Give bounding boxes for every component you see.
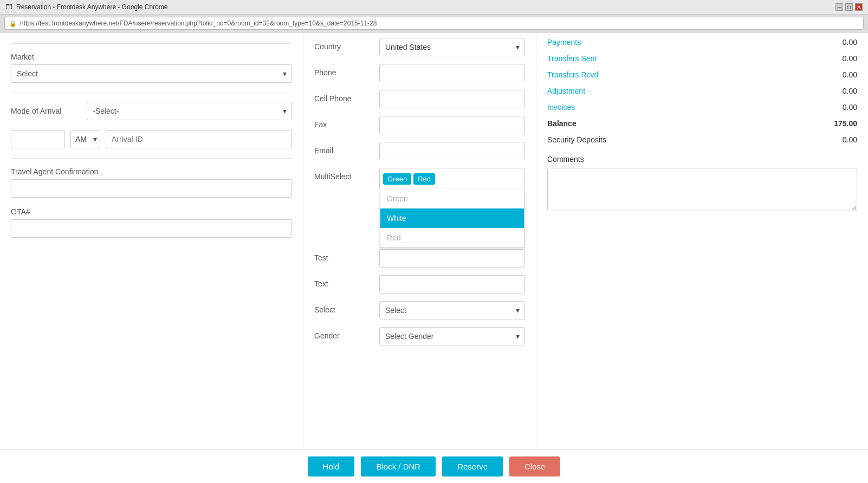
arrival-id-input[interactable] xyxy=(106,130,292,148)
time-row: AM PM xyxy=(11,130,292,148)
time-input[interactable] xyxy=(11,130,65,148)
transfers-sent-row: Transfers Sent 0.00 xyxy=(547,54,857,63)
middle-panel: Country United States Phone Cell Phone xyxy=(303,32,536,483)
balance-value: 175.00 xyxy=(834,119,857,128)
dropdown-option-green[interactable]: Green xyxy=(380,189,524,208)
tag-green[interactable]: Green xyxy=(383,173,411,185)
right-panel: Payments 0.00 Transfers Sent 0.00 Transf… xyxy=(536,32,868,483)
invoices-value: 0.00 xyxy=(843,103,857,112)
fax-label: Fax xyxy=(314,116,374,129)
security-deposits-label: Security Deposits xyxy=(547,135,606,144)
gender-label: Gender xyxy=(314,327,374,340)
fax-control xyxy=(379,116,525,134)
hold-button[interactable]: Hold xyxy=(308,456,355,477)
page-content: Market Select Mode of Arrival -Select- xyxy=(0,32,868,483)
gender-control: Select Gender xyxy=(379,327,525,345)
reserve-button[interactable]: Reserve xyxy=(442,456,503,477)
security-deposits-value: 0.00 xyxy=(843,135,857,144)
adjustment-value: 0.00 xyxy=(843,87,857,95)
am-pm-select[interactable]: AM PM xyxy=(70,130,100,148)
email-row: Email xyxy=(314,142,525,160)
market-select[interactable]: Select xyxy=(11,64,292,83)
gender-select-wrapper: Select Gender xyxy=(379,327,525,345)
mode-select-wrapper: -Select- xyxy=(87,102,292,120)
dropdown-option-white[interactable]: White xyxy=(380,208,524,228)
country-select-wrapper: United States xyxy=(379,38,525,56)
email-input[interactable] xyxy=(379,142,525,160)
block-dnr-button[interactable]: Block / DNR xyxy=(361,456,436,477)
multiselect-dropdown: Green White Red xyxy=(380,189,524,248)
travel-agent-group: Travel Agent Confirmation xyxy=(11,167,292,198)
invoices-row: Invoices 0.00 xyxy=(547,103,857,112)
comments-label: Comments xyxy=(547,155,857,164)
phone-label: Phone xyxy=(314,64,374,77)
browser-chrome: 🗔 Reservation - Frontdesk Anywhere - Goo… xyxy=(0,0,868,32)
am-pm-wrapper: AM PM xyxy=(70,130,100,148)
minimize-button[interactable]: ─ xyxy=(835,3,843,11)
market-select-wrapper: Select xyxy=(11,64,292,83)
transfers-rcvd-row: Transfers Rcvd 0.00 xyxy=(547,70,857,79)
browser-title: Reservation - Frontdesk Anywhere - Googl… xyxy=(16,3,167,11)
transfers-rcvd-link[interactable]: Transfers Rcvd xyxy=(547,70,598,79)
test-row: Test xyxy=(314,249,525,267)
mode-of-arrival-row: Mode of Arrival -Select- xyxy=(11,102,292,120)
dropdown-option-red[interactable]: Red xyxy=(380,228,524,247)
transfers-sent-value: 0.00 xyxy=(843,54,857,63)
test-label: Test xyxy=(314,249,374,262)
payments-link[interactable]: Payments xyxy=(547,38,581,47)
transfers-sent-link[interactable]: Transfers Sent xyxy=(547,54,597,63)
text-row: Text xyxy=(314,275,525,293)
multiselect-container[interactable]: Green Red Green White Red xyxy=(379,168,525,190)
multiselect-tags: Green Red xyxy=(380,168,524,189)
cell-phone-input[interactable] xyxy=(379,90,525,108)
select-control: Select xyxy=(379,301,525,319)
multiselect-search-input[interactable] xyxy=(437,174,521,183)
close-button[interactable]: Close xyxy=(509,456,560,477)
ota-input[interactable]: 0 xyxy=(11,219,292,238)
security-deposits-row: Security Deposits 0.00 xyxy=(547,135,857,144)
mode-of-arrival-select[interactable]: -Select- xyxy=(87,102,292,120)
country-select[interactable]: United States xyxy=(379,38,525,56)
select-label: Select xyxy=(314,301,374,314)
test-control xyxy=(379,249,525,267)
text-label: Text xyxy=(314,275,374,288)
mode-of-arrival-label: Mode of Arrival xyxy=(11,107,81,115)
phone-row: Phone xyxy=(314,64,525,82)
country-row: Country United States xyxy=(314,38,525,56)
phone-control xyxy=(379,64,525,82)
comments-textarea[interactable] xyxy=(547,168,857,211)
mode-select-inner-wrapper: -Select- xyxy=(87,102,292,120)
email-control xyxy=(379,142,525,160)
left-panel: Market Select Mode of Arrival -Select- xyxy=(0,32,303,483)
text-input[interactable] xyxy=(379,275,525,293)
select-field[interactable]: Select xyxy=(379,301,525,319)
window-controls[interactable]: ─ □ ✕ xyxy=(835,3,863,11)
select-field-wrapper: Select xyxy=(379,301,525,319)
adjustment-link[interactable]: Adjustment xyxy=(547,87,585,95)
multiselect-control: Green Red Green White Red xyxy=(379,168,525,190)
test-input[interactable] xyxy=(379,249,525,267)
tag-red[interactable]: Red xyxy=(413,173,435,185)
phone-input[interactable] xyxy=(379,64,525,82)
travel-agent-label: Travel Agent Confirmation xyxy=(11,167,292,176)
gender-select[interactable]: Select Gender xyxy=(379,327,525,345)
close-window-button[interactable]: ✕ xyxy=(855,3,863,11)
multiselect-label: MultiSelect xyxy=(314,168,374,181)
page-icon: 🗔 xyxy=(5,3,12,11)
fax-input[interactable] xyxy=(379,116,525,134)
ota-group: OTA# 0 xyxy=(11,207,292,238)
market-group: Market Select xyxy=(11,53,292,83)
maximize-button[interactable]: □ xyxy=(845,3,853,11)
ota-label: OTA# xyxy=(11,207,292,216)
page-icon-small: 🔒 xyxy=(9,20,17,27)
select-row: Select Select xyxy=(314,301,525,319)
cell-phone-control xyxy=(379,90,525,108)
multiselect-row: MultiSelect Green Red Green White Red xyxy=(314,168,525,190)
invoices-link[interactable]: Invoices xyxy=(547,103,575,112)
travel-agent-input[interactable] xyxy=(11,179,292,198)
gender-row: Gender Select Gender xyxy=(314,327,525,345)
balance-label: Balance xyxy=(547,119,576,128)
email-label: Email xyxy=(314,142,374,155)
market-label: Market xyxy=(11,53,292,61)
title-bar: 🗔 Reservation - Frontdesk Anywhere - Goo… xyxy=(0,0,868,15)
